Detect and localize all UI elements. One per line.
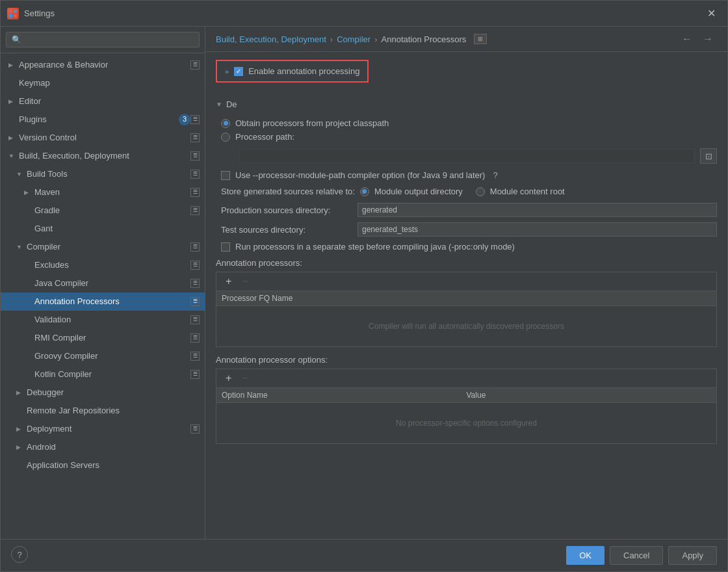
- sidebar-item-label: Java Compiler: [34, 278, 190, 289]
- sidebar-item-label: Remote Jar Repositories: [27, 405, 200, 417]
- sidebar-item-deployment[interactable]: ▶ Deployment ☰: [1, 420, 205, 438]
- remove-option-button[interactable]: −: [238, 372, 252, 385]
- sidebar-item-appearance[interactable]: ▶ Appearance & Behavior ☰: [1, 56, 205, 74]
- processor-path-radio[interactable]: [221, 133, 230, 142]
- ok-button[interactable]: OK: [566, 546, 604, 565]
- help-question-icon: ?: [493, 170, 497, 180]
- nav-forward-button[interactable]: →: [699, 32, 717, 46]
- module-content-radio[interactable]: [476, 187, 485, 196]
- value-header: Value: [467, 391, 712, 400]
- annotation-processors-toolbar: + −: [216, 272, 716, 291]
- search-input[interactable]: [6, 32, 200, 47]
- settings-icon: ☰: [190, 424, 200, 434]
- obtain-classpath-radio[interactable]: [221, 119, 230, 128]
- nav-back-button[interactable]: ←: [678, 32, 696, 46]
- dialog-title: Settings: [24, 8, 702, 18]
- sidebar-item-gant[interactable]: Gant: [1, 220, 205, 238]
- breadcrumb-build[interactable]: Build, Execution, Deployment: [216, 34, 326, 44]
- annotation-options-header: Option Name Value: [216, 388, 716, 403]
- content-area: ▶ Appearance & Behavior ☰ Keymap ▶ Edito…: [1, 27, 727, 539]
- test-sources-input[interactable]: [358, 222, 717, 237]
- sidebar-item-rmi-compiler[interactable]: RMI Compiler ☰: [1, 329, 205, 347]
- store-generated-row: Store generated sources relative to: Mod…: [216, 187, 717, 196]
- add-option-button[interactable]: +: [222, 372, 235, 385]
- sidebar-item-label: Annotation Processors: [34, 296, 190, 307]
- run-processors-label: Run processors in a separate step before…: [235, 242, 515, 252]
- svg-rect-2: [9, 14, 12, 18]
- processor-module-path-label: Use --processor-module-path compiler opt…: [235, 170, 485, 180]
- sidebar-item-remote-jar[interactable]: Remote Jar Repositories: [1, 402, 205, 420]
- sidebar-item-build-tools[interactable]: ▼ Build Tools ☰: [1, 165, 205, 183]
- annotation-options-table: + − Option Name Value No processor-speci…: [216, 369, 717, 444]
- remove-processor-button[interactable]: −: [238, 275, 252, 288]
- processor-module-path-checkbox[interactable]: [221, 171, 230, 180]
- settings-icon: ☰: [190, 370, 200, 379]
- sidebar-item-keymap[interactable]: Keymap: [1, 74, 205, 92]
- sidebar-item-compiler[interactable]: ▼ Compiler ☰: [1, 238, 205, 256]
- sidebar-item-label: Maven: [34, 187, 190, 198]
- expand-arrow: ▼: [16, 243, 24, 252]
- settings-icon: ☰: [190, 315, 200, 324]
- run-processors-checkbox[interactable]: [221, 242, 230, 252]
- module-content-label: Module content root: [490, 187, 565, 196]
- svg-rect-0: [9, 10, 12, 13]
- sidebar-item-version-control[interactable]: ▶ Version Control ☰: [1, 129, 205, 147]
- processor-fq-header: Processor FQ Name: [222, 294, 711, 303]
- enable-annotation-row: » Enable annotation processing: [216, 60, 717, 90]
- module-output-radio[interactable]: [360, 187, 369, 196]
- sidebar-item-label: Kotlin Compiler: [34, 369, 190, 380]
- processor-path-option[interactable]: Processor path:: [221, 132, 717, 142]
- processor-path-input[interactable]: [239, 149, 695, 163]
- sidebar-item-android[interactable]: ▶ Android: [1, 438, 205, 456]
- sidebar-item-app-servers[interactable]: Application Servers: [1, 456, 205, 474]
- enable-annotation-checkbox[interactable]: [234, 67, 243, 76]
- store-label: Store generated sources relative to:: [221, 187, 355, 196]
- breadcrumb-compiler[interactable]: Compiler: [337, 34, 370, 44]
- sidebar-item-gradle[interactable]: Gradle ☰: [1, 202, 205, 220]
- de-arrow[interactable]: ▼: [216, 101, 222, 108]
- test-sources-label: Test sources directory:: [221, 225, 351, 235]
- breadcrumb-sep-2: ›: [374, 34, 377, 44]
- obtain-from-classpath-option[interactable]: Obtain processors from project classpath: [221, 118, 717, 128]
- sidebar-item-maven[interactable]: ▶ Maven ☰: [1, 183, 205, 202]
- annotation-processors-table: + − Processor FQ Name Compiler will run …: [216, 272, 717, 347]
- sidebar-item-excludes[interactable]: Excludes ☰: [1, 256, 205, 274]
- expand-arrow: ▶: [16, 443, 24, 452]
- add-processor-button[interactable]: +: [222, 275, 235, 288]
- breadcrumb-nav: ← →: [678, 32, 717, 46]
- sidebar-item-plugins[interactable]: Plugins 3 ☰: [1, 110, 205, 129]
- browse-folder-button[interactable]: ⊡: [700, 148, 717, 164]
- annotation-options-section-label: Annotation processor options:: [216, 355, 717, 365]
- sidebar-item-groovy-compiler[interactable]: Groovy Compiler ☰: [1, 347, 205, 365]
- sidebar-tree: ▶ Appearance & Behavior ☰ Keymap ▶ Edito…: [1, 53, 205, 539]
- close-button[interactable]: ✕: [702, 5, 721, 22]
- help-button[interactable]: ?: [11, 546, 28, 563]
- settings-icon: ☰: [190, 242, 200, 252]
- expand-arrow: ▶: [8, 134, 16, 142]
- cancel-button[interactable]: Cancel: [610, 546, 663, 565]
- sidebar-item-build-exec[interactable]: ▼ Build, Execution, Deployment ☰: [1, 147, 205, 165]
- sidebar-item-label: Application Servers: [27, 460, 200, 471]
- test-sources-row: Test sources directory:: [216, 222, 717, 237]
- sidebar-item-label: Appearance & Behavior: [19, 59, 190, 71]
- expand-arrows[interactable]: »: [225, 68, 229, 75]
- sidebar-item-annotation-processors[interactable]: Annotation Processors ☰: [1, 292, 205, 311]
- module-output-label: Module output directory: [374, 187, 463, 196]
- sidebar-item-label: RMI Compiler: [34, 332, 190, 344]
- plugins-badge: 3: [179, 114, 190, 125]
- sidebar-item-java-compiler[interactable]: Java Compiler ☰: [1, 274, 205, 292]
- sidebar-item-editor[interactable]: ▶ Editor: [1, 92, 205, 110]
- settings-icon: ☰: [190, 188, 200, 197]
- sidebar-item-debugger[interactable]: ▶ Debugger: [1, 384, 205, 402]
- settings-icon: ☰: [190, 206, 200, 215]
- settings-icon: ☰: [190, 352, 200, 361]
- sidebar-item-label: Keymap: [19, 77, 200, 89]
- sidebar-item-label: Version Control: [19, 132, 190, 144]
- search-box: [1, 27, 205, 53]
- sidebar-item-kotlin-compiler[interactable]: Kotlin Compiler ☰: [1, 365, 205, 384]
- settings-icon: ☰: [190, 297, 200, 306]
- production-sources-input[interactable]: [358, 203, 717, 217]
- sidebar-item-validation[interactable]: Validation ☰: [1, 311, 205, 329]
- apply-button[interactable]: Apply: [668, 546, 717, 565]
- run-processors-row: Run processors in a separate step before…: [216, 242, 717, 252]
